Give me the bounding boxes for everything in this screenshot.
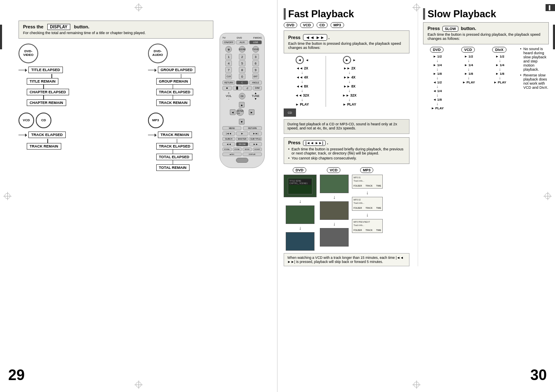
remote-btn-5[interactable]: 5 bbox=[239, 60, 245, 66]
mp3-flow-entry: TRACK REMAIN bbox=[148, 131, 192, 138]
track-remain-mp3: TRACK REMAIN bbox=[158, 131, 192, 138]
remote-mb1[interactable]: ZOOM+ bbox=[222, 148, 232, 151]
remote-btn-9[interactable]: 9 bbox=[252, 67, 259, 73]
remote-menu-btn[interactable]: MENU bbox=[222, 126, 241, 130]
remote-btn-2[interactable]: 2 bbox=[239, 54, 245, 60]
remote-play-btn[interactable]: ► bbox=[236, 131, 249, 136]
slow-vcd-1half: ► 1/2 bbox=[464, 55, 473, 58]
remote-dpad-down[interactable]: ▼ bbox=[239, 119, 245, 125]
remote-subch-btn[interactable]: SUBCH bbox=[222, 137, 235, 141]
skip-vcd-thumb1 bbox=[320, 175, 349, 193]
remote-dr-btn[interactable]: DR.DW bbox=[236, 142, 249, 146]
title-elapsed-box: TITLE ELAPSED bbox=[28, 67, 63, 73]
remote-repeat-btn[interactable]: ↺ bbox=[243, 86, 252, 90]
down-connector bbox=[51, 74, 52, 78]
slow-dvd-col: DVD ► 1/2 ↓ ► 1/4 ↓ ► 1/8 ↓ ◄ 1/2 ↓ ◄ 1/… bbox=[423, 47, 452, 111]
fwd-arr3: ↓ bbox=[349, 89, 351, 93]
slow-divx-badge: DivX bbox=[492, 47, 506, 53]
slow-title-bar bbox=[423, 8, 425, 20]
arrow-right-vcd bbox=[18, 135, 27, 135]
remote-dim-btn[interactable]: DIM bbox=[253, 86, 262, 90]
slow-divx-play: ► PLAY bbox=[494, 81, 506, 84]
remote-function-row: ⏻ SCENE TV/VID bbox=[222, 46, 262, 53]
display-button-ref: DISPLAY bbox=[47, 24, 70, 30]
remote-ok-btn[interactable]: OK bbox=[239, 93, 245, 99]
page-label-right: ▌ bbox=[546, 4, 555, 11]
down-connector-mp3-2 bbox=[173, 150, 173, 154]
remote-stop-btn[interactable]: ■ bbox=[222, 86, 232, 90]
remote-usb-btn[interactable]: USB bbox=[249, 40, 262, 44]
remote-return-btn[interactable]: RETURN bbox=[222, 81, 235, 85]
skip-mp3-screen2: MP3 02 Track info... FOLDERTRACKTIME bbox=[352, 197, 383, 211]
press-display-box: Press the DISPLAY button. For checking t… bbox=[18, 21, 213, 39]
page-number-right: 30 bbox=[530, 367, 547, 384]
remote-btn-enter[interactable]: ENT bbox=[252, 74, 259, 79]
fwd-4x: ►► 4X bbox=[331, 75, 368, 79]
remote-func-btns: RETURN C ANGLE bbox=[222, 81, 262, 85]
remote-blck-btn[interactable]: ■ BLK bbox=[222, 152, 242, 156]
down-connector-3 bbox=[173, 85, 173, 89]
fwd-side: ► ► ►► 2X ↓ ►► 4X ↓ ►► 8X ↓ ►► 32X ↓ ► P… bbox=[331, 56, 368, 107]
arrow-right-2 bbox=[148, 70, 156, 70]
remote-title-btn[interactable]: SUB TITLE bbox=[249, 137, 262, 141]
skip-dvd-arrow2: ↓ bbox=[299, 226, 301, 231]
slow-vcd-arr3: ↓ bbox=[468, 76, 470, 80]
slow-vcd-1q: ► 1/4 bbox=[464, 63, 473, 67]
remote-aux-btn[interactable]: AUX bbox=[236, 40, 249, 44]
remote-mb2[interactable]: ZOOM- bbox=[233, 148, 242, 151]
remote-btn-8[interactable]: 8 bbox=[239, 67, 245, 73]
remote-mb4[interactable]: DCHNT bbox=[253, 148, 262, 151]
rew-2x: ◄◄ 2X bbox=[284, 66, 321, 70]
remote-mb3[interactable]: BOOK bbox=[243, 148, 252, 151]
fast-cd-badge: CD bbox=[317, 22, 328, 28]
fwd-arr1: ↓ bbox=[349, 71, 351, 75]
remote-btn-1[interactable]: 1 bbox=[225, 54, 232, 60]
speed-divider bbox=[326, 56, 326, 107]
remote-dpad-up[interactable]: ▲ bbox=[239, 102, 245, 108]
slow-dvd-play: ► PLAY bbox=[431, 106, 444, 110]
down-connector-2 bbox=[181, 74, 182, 78]
slow-playback-section: Slow Playback Press SLOW button. Each ti… bbox=[418, 8, 549, 266]
slow-vcd-1e: ► 1/8 bbox=[464, 72, 473, 76]
remote-btn-7[interactable]: 7 bbox=[225, 67, 232, 73]
remote-master-btn[interactable]: MASTER bbox=[236, 137, 249, 141]
slow-notes: No sound is heard during slow playback a… bbox=[517, 47, 549, 111]
skip-mp3-col: MP3 MP3 01 Track info... FOLDERTRACKTIME… bbox=[352, 167, 383, 251]
mp3-disc-badge-wrapper: MP3 bbox=[148, 113, 164, 128]
remote-btn-3[interactable]: 3 bbox=[252, 54, 259, 60]
remote-rew-btn[interactable]: ◄◄ bbox=[222, 142, 235, 146]
remote-tvvideo-btn[interactable]: TV/VID bbox=[252, 46, 259, 53]
skip-note-2: You cannot skip chapters consecutively. bbox=[288, 156, 405, 160]
slow-dvd-arr5: ↓ bbox=[437, 93, 439, 97]
slow-dvd-arr6: ↓ bbox=[437, 102, 439, 106]
remote-dpad-left[interactable]: ◄ bbox=[230, 109, 236, 115]
skip-mp3-arrow2: ↓ bbox=[366, 212, 369, 217]
skip-dvd-badge: DVD bbox=[293, 167, 306, 173]
remote-dpad-enter[interactable]: ENTERCH bbox=[236, 108, 244, 116]
remote-btn-0[interactable]: 0 bbox=[239, 74, 245, 79]
remote-btn-clear[interactable]: CLR bbox=[225, 74, 232, 79]
rew-32x: ◄◄ 32X bbox=[284, 93, 321, 97]
remote-onoff-btn[interactable]: ON/OFF bbox=[222, 40, 235, 44]
slow-dvd-arr4: ↓ bbox=[437, 85, 439, 89]
remote-btn-4[interactable]: 4 bbox=[225, 60, 232, 66]
remote-dsp-btn[interactable]: DISPLAY bbox=[243, 152, 262, 156]
remote-dpad-right[interactable]: ► bbox=[249, 109, 254, 115]
slow-vcd-col: VCD ► 1/2 ↓ ► 1/4 ↓ ► 1/8 ↓ ► PLAY bbox=[454, 47, 483, 111]
remote-rew-ff-row: ◄◄ DR.DW ►► bbox=[222, 142, 262, 146]
skip-dvd-col: DVD TITLE SENE CHPTR1_ SCENE1 ↓ ↓ bbox=[284, 167, 317, 251]
remote-bottom-oval bbox=[236, 158, 248, 163]
page-number-left: 29 bbox=[8, 367, 25, 384]
remote-ch-row: SUBCH MASTER SUB TITLE bbox=[222, 137, 262, 141]
down-connector-mp3-1 bbox=[177, 139, 178, 143]
remote-btn-6[interactable]: 6 bbox=[252, 60, 259, 66]
remote-prev-btn[interactable]: |◄◄ bbox=[222, 131, 235, 136]
remote-return2-btn[interactable]: RETURN bbox=[243, 126, 262, 130]
remote-scene-btn[interactable]: SCENE bbox=[239, 46, 245, 53]
remote-power-btn[interactable]: ⏻ bbox=[225, 46, 232, 53]
remote-angle-btn[interactable]: ANGLE bbox=[249, 81, 262, 85]
remote-step-btn[interactable]: ▐▌ bbox=[233, 86, 242, 90]
remote-ff-btn[interactable]: ►► bbox=[249, 142, 262, 146]
remote-next-btn[interactable]: ►►| bbox=[249, 131, 262, 136]
remote-c-btn[interactable]: C bbox=[236, 81, 249, 85]
